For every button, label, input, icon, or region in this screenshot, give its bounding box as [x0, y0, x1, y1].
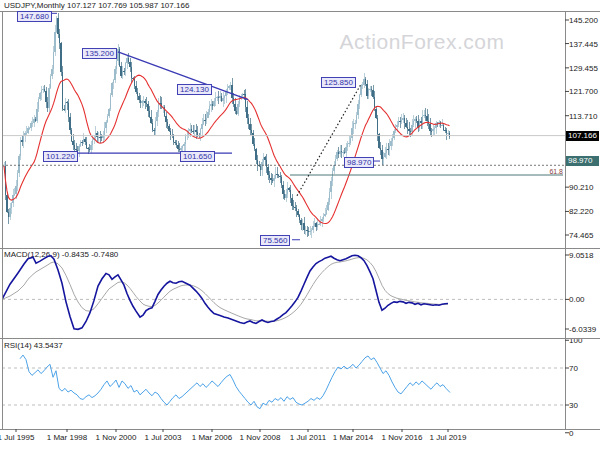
current-price-badge: 107.166 — [566, 131, 599, 141]
trendline — [297, 84, 361, 196]
rsi-line — [20, 355, 450, 409]
moving-average-line — [4, 75, 450, 223]
price-level-label[interactable]: 124.130 — [177, 84, 212, 95]
price-level-label[interactable]: 125.850 — [321, 77, 356, 88]
price-level-label[interactable]: 147.680 — [17, 11, 52, 22]
price-level-label[interactable]: 101.220 — [43, 151, 78, 162]
forex-chart-window: ActionForex.com USDJPY,Monthly 107.127 1… — [0, 0, 600, 450]
price-level-label[interactable]: 101.650 — [180, 151, 215, 162]
price-level-label[interactable]: 75.560 — [260, 235, 290, 246]
fib-61.8-label: 61.8 — [538, 168, 563, 175]
candlesticks — [3, 13, 450, 238]
price-level-label[interactable]: 135.200 — [82, 48, 117, 59]
chart-canvas[interactable] — [0, 0, 600, 450]
macd-main-line — [2, 255, 448, 329]
level-badge: 98.970 — [566, 156, 599, 166]
price-level-label[interactable]: 98.970 — [344, 157, 374, 168]
